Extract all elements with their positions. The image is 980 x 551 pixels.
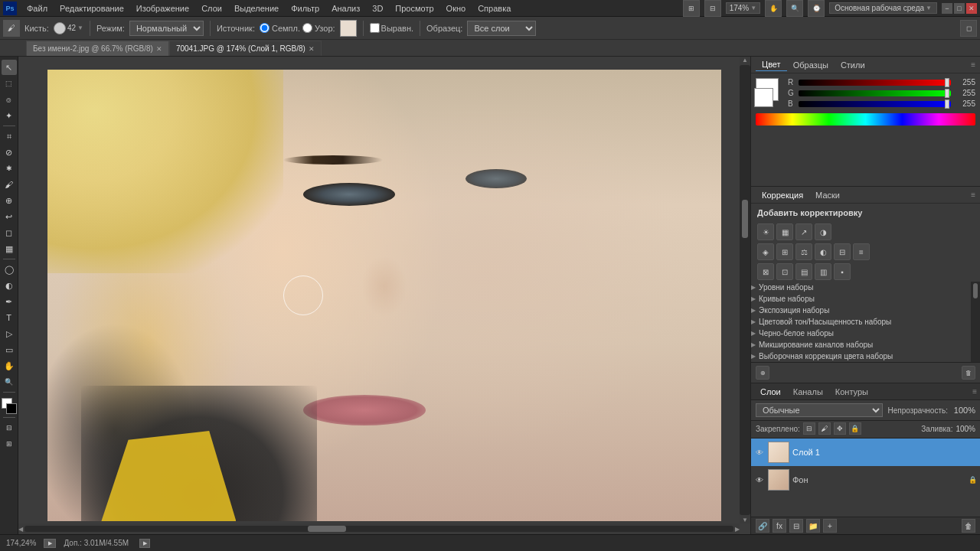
layer-0-visibility[interactable]: 👁 [754, 447, 765, 458]
tab-color[interactable]: Цвет [756, 58, 787, 71]
tab-masks[interactable]: Маски [809, 189, 846, 201]
clone-tool[interactable]: ⊕ [2, 193, 17, 208]
doc-info-btn[interactable]: ▶ [139, 539, 150, 548]
tab-1[interactable]: 70041.JPG @ 174% (Слой 1, RGB/8) ✕ [169, 41, 322, 56]
correction-item-3[interactable]: ▶ Цветовой тон/Насыщенность наборы [751, 316, 971, 328]
blend-mode-dropdown[interactable]: Обычные [756, 403, 883, 417]
menu-window[interactable]: Окно [441, 2, 472, 15]
h-scroll-thumb[interactable] [308, 526, 346, 532]
zoom-control[interactable]: 174% ▼ [726, 2, 761, 14]
curves-icon[interactable]: ↗ [795, 223, 812, 240]
menu-analyze[interactable]: Анализ [326, 2, 365, 15]
exposure-icon[interactable]: ◑ [815, 223, 831, 240]
color-selector[interactable] [2, 398, 17, 415]
r-slider-track[interactable] [799, 80, 951, 86]
shape-tool[interactable]: ▭ [2, 342, 17, 357]
posterize-icon[interactable]: ▤ [795, 263, 812, 280]
background-color[interactable] [6, 403, 17, 414]
workspace-tool-1[interactable]: ⊞ [683, 0, 700, 17]
tab-channels[interactable]: Каналы [787, 386, 829, 398]
menu-3d[interactable]: 3D [367, 2, 388, 15]
gradient-tool[interactable]: ▦ [2, 241, 17, 256]
brush-tool[interactable]: 🖌 [2, 177, 17, 192]
tab-0-close[interactable]: ✕ [156, 45, 162, 53]
pen-tool[interactable]: ✒ [2, 294, 17, 309]
tab-layers[interactable]: Слои [754, 386, 787, 398]
layer-1-visibility[interactable]: 👁 [754, 474, 765, 485]
v-scroll-thumb[interactable] [742, 200, 748, 238]
text-tool[interactable]: T [2, 310, 17, 325]
source-sample-radio[interactable] [260, 23, 270, 33]
correction-item-6[interactable]: ▶ Выборочная коррекция цвета наборы [751, 350, 971, 362]
aligned-checkbox[interactable] [370, 23, 380, 33]
scroll-right-arrow[interactable]: ▶ [735, 526, 740, 533]
correction-item-1[interactable]: ▶ Кривые наборы [751, 293, 971, 305]
quick-mask-tool[interactable]: ⊟ [2, 420, 17, 435]
menu-image[interactable]: Изображение [131, 2, 194, 15]
link-layers-btn[interactable]: 🔗 [756, 519, 769, 533]
hand-tool[interactable]: ✋ [2, 358, 17, 373]
blur-tool[interactable]: ◯ [2, 262, 17, 277]
brush-tool-bar[interactable]: ✋ [765, 0, 782, 17]
layer-row-0[interactable]: 👁 Слой 1 [751, 439, 980, 466]
threshold-icon[interactable]: ▥ [815, 263, 831, 280]
h-scroll-track[interactable] [24, 526, 733, 532]
tab-1-close[interactable]: ✕ [309, 45, 315, 53]
scroll-left-arrow[interactable]: ◀ [18, 526, 23, 533]
layer-row-1[interactable]: 👁 Фон 🔒 [751, 466, 980, 494]
v-scroll-track[interactable] [740, 65, 750, 515]
vibrance-icon[interactable]: ◈ [757, 243, 774, 260]
correction-item-4[interactable]: ▶ Черно-белое наборы [751, 328, 971, 339]
brightness-icon[interactable]: ☀ [757, 223, 774, 240]
selection-tool[interactable]: ⬚ [2, 76, 17, 91]
move-tool[interactable]: ↖ [2, 60, 17, 75]
menu-file[interactable]: Файл [21, 2, 53, 15]
h-scrollbar[interactable]: ◀ ▶ [18, 523, 740, 534]
zoom-tool-bar[interactable]: 🔍 [786, 0, 803, 17]
layers-panel-menu[interactable]: ≡ [972, 387, 977, 396]
eraser-tool[interactable]: ◻ [2, 225, 17, 240]
menu-view[interactable]: Просмотр [390, 2, 439, 15]
color-balance-icon[interactable]: ⚖ [795, 243, 812, 260]
tab-swatches[interactable]: Образцы [787, 59, 835, 71]
add-mask-btn[interactable]: ⊟ [789, 519, 803, 533]
g-slider-track[interactable] [799, 90, 951, 96]
color-lookup-icon[interactable]: ⊠ [757, 263, 774, 280]
lock-position-btn[interactable]: ✥ [834, 422, 846, 435]
hsl-icon[interactable]: ⊞ [776, 243, 793, 260]
close-button[interactable]: ✕ [966, 3, 977, 14]
scroll-down-arrow[interactable]: ▼ [742, 517, 748, 523]
minimize-button[interactable]: − [942, 3, 952, 14]
canvas-area[interactable]: ◀ ▶ ▲ ▼ [18, 57, 750, 534]
menu-layers[interactable]: Слои [196, 2, 227, 15]
corrections-scroll-thumb[interactable] [973, 283, 978, 298]
lock-all-btn[interactable]: 🔒 [849, 422, 861, 435]
brush-preset[interactable]: 42 ▼ [54, 22, 83, 34]
add-style-btn[interactable]: fx [773, 519, 786, 533]
status-extra-btn[interactable]: ▶ [44, 539, 56, 548]
workspace-selector[interactable]: Основная рабочая среда ▼ [829, 2, 937, 14]
b-slider-handle[interactable] [945, 99, 949, 109]
workspace-tool-2[interactable]: ⊟ [704, 0, 721, 17]
source-pattern-radio[interactable] [302, 23, 312, 33]
correction-item-2[interactable]: ▶ Экспозиция наборы [751, 305, 971, 316]
corrections-scrollbar[interactable] [971, 282, 980, 362]
eyedrop-tool-bar[interactable]: ⌚ [808, 0, 825, 17]
r-slider-handle[interactable] [945, 78, 949, 87]
correction-item-0[interactable]: ▶ Уровни наборы [751, 282, 971, 293]
options-extra-btn[interactable]: ◻ [960, 20, 977, 37]
levels-icon[interactable]: ▦ [776, 223, 793, 240]
lock-image-btn[interactable]: 🖌 [818, 422, 831, 435]
menu-select[interactable]: Выделение [229, 2, 284, 15]
gradient-map-icon[interactable]: ▪ [834, 263, 851, 280]
new-group-btn[interactable]: 📁 [806, 519, 820, 533]
scroll-up-arrow[interactable]: ▲ [742, 57, 748, 64]
path-select-tool[interactable]: ▷ [2, 326, 17, 341]
tab-0[interactable]: Без имени-2.jpg @ 66.7% (RGB/8) ✕ [26, 41, 169, 56]
history-brush-tool[interactable]: ↩ [2, 209, 17, 224]
delete-layer-btn[interactable]: 🗑 [962, 519, 975, 533]
screen-mode-tool[interactable]: ⊞ [2, 436, 17, 452]
zoom-tool[interactable]: 🔍 [2, 374, 17, 390]
invert-icon[interactable]: ⊡ [776, 263, 793, 280]
new-layer-btn[interactable]: + [823, 519, 837, 533]
